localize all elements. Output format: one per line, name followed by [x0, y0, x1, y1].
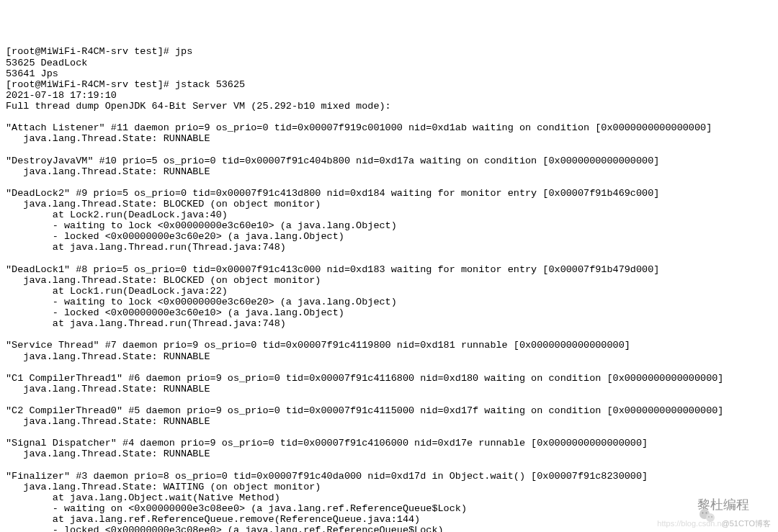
terminal-line: 53625 DeadLock: [6, 58, 772, 68]
terminal-line: [6, 460, 772, 471]
terminal-line: java.lang.Thread.State: WAITING (on obje…: [6, 482, 772, 492]
terminal-line: [root@MiWiFi-R4CM-srv test]# jstack 5362…: [6, 79, 772, 90]
terminal-line: [6, 329, 772, 340]
terminal-line: java.lang.Thread.State: RUNNABLE: [6, 166, 772, 177]
terminal-line: java.lang.Thread.State: RUNNABLE: [6, 351, 772, 362]
watermark-text-2: @51CTO博客: [722, 519, 771, 528]
terminal-line: - waiting to lock <0x00000000e3c60e20> (…: [6, 297, 772, 307]
terminal-line: java.lang.Thread.State: RUNNABLE: [6, 448, 772, 459]
terminal-line: "C2 CompilerThread0" #5 daemon prio=9 os…: [6, 405, 772, 416]
watermark-url: https://blog.csdn.n: [657, 519, 721, 528]
terminal-line: at Lock2.run(DeadLock.java:40): [6, 209, 772, 220]
terminal-line: [6, 112, 772, 122]
watermark-csdn: https://blog.csdn.n@51CTO博客: [653, 510, 771, 528]
terminal-line: [6, 177, 772, 188]
terminal-line: java.lang.Thread.State: BLOCKED (on obje…: [6, 275, 772, 286]
terminal-line: [6, 395, 772, 405]
terminal-line: [6, 427, 772, 438]
terminal-line: [root@MiWiFi-R4CM-srv test]# jps: [6, 46, 772, 57]
terminal-line: at Lock1.run(DeadLock.java:22): [6, 286, 772, 297]
terminal-line: at java.lang.Thread.run(Thread.java:748): [6, 318, 772, 329]
terminal-line: java.lang.Thread.State: BLOCKED (on obje…: [6, 199, 772, 209]
terminal-line: java.lang.Thread.State: RUNNABLE: [6, 416, 772, 427]
terminal-line: java.lang.Thread.State: RUNNABLE: [6, 133, 772, 144]
terminal-line: "Service Thread" #7 daemon prio=9 os_pri…: [6, 340, 772, 351]
terminal-line: - locked <0x00000000e3c60e20> (a java.la…: [6, 231, 772, 242]
terminal-line: "Attach Listener" #11 daemon prio=9 os_p…: [6, 122, 772, 133]
terminal-line: Full thread dump OpenJDK 64-Bit Server V…: [6, 101, 772, 112]
terminal-line: java.lang.Thread.State: RUNNABLE: [6, 384, 772, 395]
terminal-line: - locked <0x00000000e3c60e10> (a java.la…: [6, 307, 772, 318]
terminal-line: "C1 CompilerThread1" #6 daemon prio=9 os…: [6, 373, 772, 384]
terminal-line: 2021-07-18 17:19:10: [6, 90, 772, 101]
terminal-line: 53641 Jps: [6, 68, 772, 79]
terminal-line: "Signal Dispatcher" #4 daemon prio=9 os_…: [6, 438, 772, 448]
terminal-line: [6, 253, 772, 264]
terminal-line: "DestroyJavaVM" #10 prio=5 os_prio=0 tid…: [6, 155, 772, 166]
terminal-line: "DeadLock2" #9 prio=5 os_prio=0 tid=0x00…: [6, 188, 772, 199]
terminal-line: at java.lang.Object.wait(Native Method): [6, 492, 772, 503]
terminal-output: [root@MiWiFi-R4CM-srv test]# jps53625 De…: [6, 46, 772, 532]
terminal-line: at java.lang.Thread.run(Thread.java:748): [6, 242, 772, 253]
terminal-line: - waiting to lock <0x00000000e3c60e10> (…: [6, 220, 772, 231]
terminal-line: "DeadLock1" #8 prio=5 os_prio=0 tid=0x00…: [6, 264, 772, 275]
terminal-line: [6, 144, 772, 155]
terminal-line: "Finalizer" #3 daemon prio=8 os_prio=0 t…: [6, 471, 772, 482]
terminal-line: [6, 362, 772, 373]
